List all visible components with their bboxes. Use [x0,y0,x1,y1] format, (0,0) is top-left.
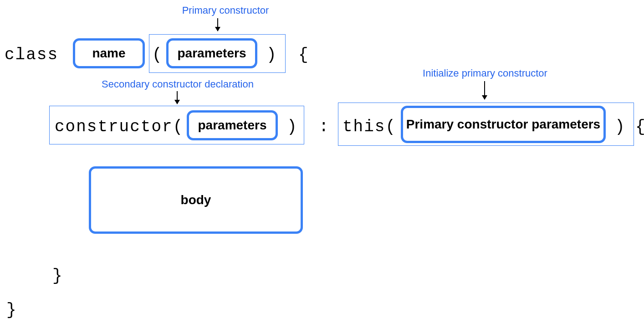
close-paren-2: ) [287,118,298,136]
close-paren-3: ) [615,118,626,136]
open-brace-class: { [298,46,309,64]
placeholder-name: name [73,38,145,68]
label-secondary-constructor: Secondary constructor declaration [82,78,273,90]
placeholder-parameters-primary: parameters [166,38,257,68]
arrow-down-icon [484,81,485,99]
arrow-down-icon [177,91,178,104]
close-brace-class: } [6,301,17,319]
close-paren-1: ) [266,46,277,64]
open-brace-method: { [635,118,644,136]
arrow-down-icon [217,18,218,31]
colon: : [319,118,330,136]
label-initialize-primary: Initialize primary constructor [410,67,560,79]
placeholder-parameters-secondary: parameters [187,110,278,140]
placeholder-primary-ctor-params: Primary constructor parameters [401,106,606,143]
label-primary-constructor: Primary constructor [173,5,278,16]
placeholder-body: body [89,166,303,234]
open-paren-1: ( [152,46,163,64]
keyword-constructor-open: constructor( [55,118,184,136]
keyword-this-open: this( [342,118,396,136]
keyword-class: class [5,46,58,64]
close-brace-method: } [52,267,63,285]
